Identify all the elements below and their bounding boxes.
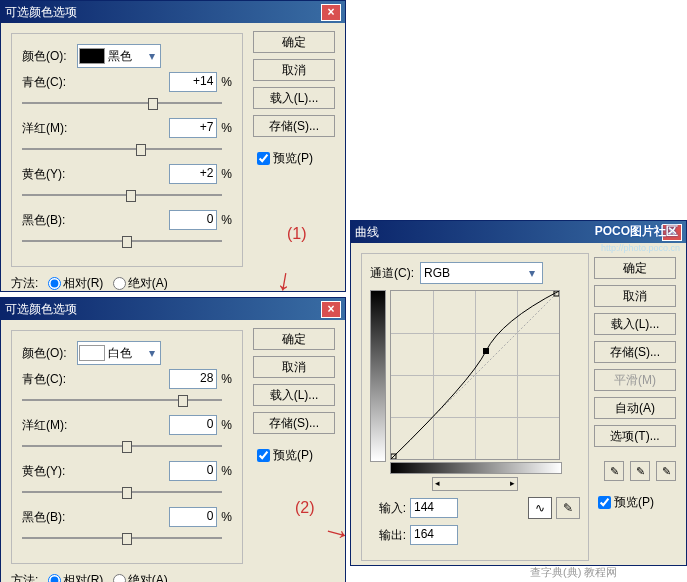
slider-label: 青色(C): [22,371,77,388]
gradient-toggle[interactable]: ◂▸ [432,477,518,491]
slider-label: 洋红(M): [22,417,77,434]
slider-thumb[interactable] [122,533,132,545]
horizontal-gradient [390,462,562,474]
load-button[interactable]: 载入(L)... [594,313,676,335]
relative-radio[interactable] [48,574,61,582]
percent-label: % [221,464,232,478]
curve-tool-icon[interactable]: ∿ [528,497,552,519]
svg-rect-1 [483,348,489,354]
smooth-button: 平滑(M) [594,369,676,391]
color-label: 颜色(O): [22,345,77,362]
titlebar: 可选颜色选项 × [1,298,345,320]
slider-label: 黑色(B): [22,212,77,229]
cancel-button[interactable]: 取消 [253,59,335,81]
auto-button[interactable]: 自动(A) [594,397,676,419]
output-value[interactable]: 164 [410,525,458,545]
slider-value[interactable]: 0 [169,507,217,527]
cancel-button[interactable]: 取消 [594,285,676,307]
color-swatch [79,345,105,361]
preview-checkbox[interactable]: 预览(P) [253,446,335,465]
channel-dropdown[interactable]: RGB ▾ [420,262,543,284]
annotation-2: (2) [295,499,315,517]
save-button[interactable]: 存储(S)... [594,341,676,363]
slider-track[interactable] [22,234,222,248]
percent-label: % [221,121,232,135]
watermark-url: http://photo.poco.cn [601,243,680,253]
close-icon[interactable]: × [321,4,341,21]
watermark: POCO图片社区 [595,223,678,240]
color-label: 颜色(O): [22,48,77,65]
absolute-radio[interactable] [113,574,126,582]
slider-value[interactable]: 0 [169,461,217,481]
slider-thumb[interactable] [122,236,132,248]
cancel-button[interactable]: 取消 [253,356,335,378]
eyedropper-black-icon[interactable]: ✎ [604,461,624,481]
ok-button[interactable]: 确定 [253,328,335,350]
slider-thumb[interactable] [136,144,146,156]
curve-grid[interactable] [390,290,560,460]
percent-label: % [221,213,232,227]
color-name: 白色 [108,345,132,362]
slider-value[interactable]: 28 [169,369,217,389]
ok-button[interactable]: 确定 [253,31,335,53]
preview-checkbox[interactable]: 预览(P) [253,149,335,168]
input-value[interactable]: 144 [410,498,458,518]
slider-value[interactable]: 0 [169,415,217,435]
color-dropdown[interactable]: 黑色 ▾ [77,44,161,68]
save-button[interactable]: 存储(S)... [253,412,335,434]
annotation-1: (1) [287,225,307,243]
titlebar: 曲线 POCO图片社区 × [351,221,686,243]
slider-track[interactable] [22,439,222,453]
footer-watermark: 查字典(典) 教程网 jiaocheng.chazidian.com [530,565,677,578]
output-label: 输出: [370,527,406,544]
slider-label: 洋红(M): [22,120,77,137]
slider-track[interactable] [22,393,222,407]
percent-label: % [221,167,232,181]
save-button[interactable]: 存储(S)... [253,115,335,137]
curves-dialog: 曲线 POCO图片社区 × http://photo.poco.cn 通道(C)… [350,220,687,566]
vertical-gradient [370,290,386,462]
eyedropper-white-icon[interactable]: ✎ [656,461,676,481]
channel-label: 通道(C): [370,265,420,282]
slider-track[interactable] [22,531,222,545]
percent-label: % [221,372,232,386]
slider-thumb[interactable] [178,395,188,407]
ok-button[interactable]: 确定 [594,257,676,279]
curve-path [391,291,559,459]
selective-color-dialog-2: 可选颜色选项 × 颜色(O): 白色 ▾ 青色(C):28%洋红(M):0%黄色… [0,297,346,582]
slider-value[interactable]: +7 [169,118,217,138]
slider-track[interactable] [22,142,222,156]
dialog-title: 可选颜色选项 [5,301,77,318]
color-dropdown[interactable]: 白色 ▾ [77,341,161,365]
slider-thumb[interactable] [126,190,136,202]
color-swatch [79,48,105,64]
chevron-down-icon: ▾ [145,49,159,63]
slider-value[interactable]: 0 [169,210,217,230]
dialog-title: 曲线 [355,224,379,241]
preview-checkbox[interactable]: 预览(P) [594,493,676,512]
dialog-title: 可选颜色选项 [5,4,77,21]
slider-thumb[interactable] [122,441,132,453]
pencil-tool-icon[interactable]: ✎ [556,497,580,519]
slider-label: 黑色(B): [22,509,77,526]
absolute-radio[interactable] [113,277,126,290]
close-icon[interactable]: × [321,301,341,318]
percent-label: % [221,75,232,89]
load-button[interactable]: 载入(L)... [253,384,335,406]
slider-track[interactable] [22,485,222,499]
slider-thumb[interactable] [148,98,158,110]
slider-value[interactable]: +14 [169,72,217,92]
options-button[interactable]: 选项(T)... [594,425,676,447]
chevron-down-icon: ▾ [145,346,159,360]
slider-track[interactable] [22,96,222,110]
slider-value[interactable]: +2 [169,164,217,184]
slider-thumb[interactable] [122,487,132,499]
chevron-down-icon: ▾ [525,266,539,280]
method-row: 方法: 相对(R) 绝对(A) [11,572,335,582]
relative-radio[interactable] [48,277,61,290]
load-button[interactable]: 载入(L)... [253,87,335,109]
slider-track[interactable] [22,188,222,202]
slider-label: 青色(C): [22,74,77,91]
eyedropper-gray-icon[interactable]: ✎ [630,461,650,481]
percent-label: % [221,510,232,524]
